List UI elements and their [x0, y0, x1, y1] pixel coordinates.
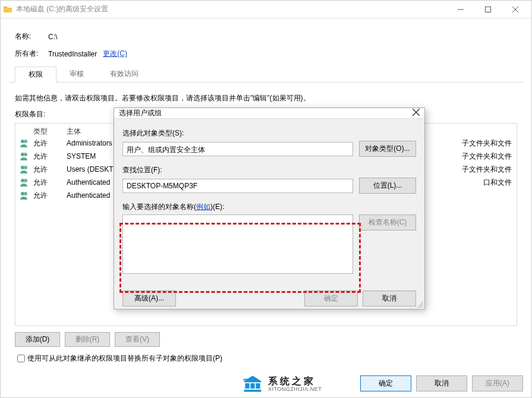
svg-rect-12	[250, 383, 254, 388]
dialog-titlebar: 选择用户或组	[114, 108, 424, 119]
name-row: 名称: C:\	[15, 31, 523, 42]
users-icon	[15, 151, 33, 161]
svg-rect-11	[245, 383, 249, 388]
watermark-en: XITONGZHIJIA.NET	[268, 387, 322, 393]
perm-buttons: 添加(D) 删除(R) 查看(V)	[15, 332, 517, 347]
svg-point-8	[24, 179, 27, 182]
dialog-ok-button[interactable]: 确定	[304, 290, 358, 307]
replace-children-label: 使用可从此对象继承的权限项目替换所有子对象的权限项目(P)	[27, 353, 222, 364]
name-value: C:\	[48, 33, 57, 41]
svg-point-2	[24, 140, 27, 143]
perm-type: 允许	[33, 165, 67, 175]
dialog-title: 选择用户或组	[119, 108, 413, 118]
owner-value: TrustedInstaller	[48, 50, 97, 58]
watermark: 系统之家 XITONGZHIJIA.NET	[241, 374, 322, 395]
users-icon	[15, 191, 33, 200]
name-label: 名称:	[15, 31, 48, 42]
change-owner-link[interactable]: 更改(C)	[103, 49, 127, 59]
select-user-dialog: 选择用户或组 选择此对象类型(S): 用户、组或内置安全主体 对象类型(O)..…	[114, 108, 425, 309]
add-button[interactable]: 添加(D)	[15, 332, 60, 347]
apply-button[interactable]: 应用(A)	[472, 375, 523, 391]
dialog-cancel-button[interactable]: 取消	[363, 290, 416, 307]
dialog-close-button[interactable]	[413, 109, 420, 118]
cancel-button-main[interactable]: 取消	[416, 375, 467, 391]
svg-point-6	[24, 166, 27, 169]
svg-rect-14	[244, 390, 262, 392]
object-types-button[interactable]: 对象类型(O)...	[359, 141, 416, 157]
tabs-bar: 权限 审核 有效访问	[9, 67, 523, 83]
perm-type: 允许	[33, 191, 67, 201]
minimize-button[interactable]	[447, 1, 474, 18]
advanced-button[interactable]: 高级(A)...	[122, 290, 176, 307]
users-icon	[15, 178, 33, 187]
users-icon	[15, 165, 33, 174]
check-names-button[interactable]: 检查名称(C)	[359, 214, 416, 230]
perm-type: 允许	[33, 151, 67, 162]
perm-type: 允许	[33, 178, 67, 188]
folder-icon	[3, 5, 12, 14]
watermark-cn: 系统之家	[268, 376, 322, 387]
example-link[interactable]: 例如	[196, 203, 210, 211]
window-controls	[447, 1, 529, 18]
tab-effective-access[interactable]: 有效访问	[97, 67, 152, 83]
replace-children-checkbox[interactable]	[17, 355, 25, 362]
bottom-buttons: 确定 取消 应用(A)	[360, 375, 523, 391]
tab-permissions[interactable]: 权限	[15, 67, 56, 83]
svg-rect-0	[486, 7, 491, 12]
maximize-button[interactable]	[474, 1, 502, 18]
object-name-input[interactable]	[122, 214, 353, 274]
titlebar: 本地磁盘 (C:)的高级安全设置	[1, 1, 531, 18]
header-type: 类型	[33, 127, 67, 137]
ok-button[interactable]: 确定	[360, 375, 411, 391]
close-button[interactable]	[502, 1, 529, 18]
perm-type: 允许	[33, 138, 67, 149]
owner-row: 所有者: TrustedInstaller 更改(C)	[15, 49, 523, 59]
remove-button[interactable]: 删除(R)	[65, 332, 110, 347]
object-type-value: 用户、组或内置安全主体	[122, 142, 353, 156]
object-type-label: 选择此对象类型(S):	[122, 128, 416, 138]
view-button[interactable]: 查看(V)	[115, 332, 160, 347]
object-name-label: 输入要选择的对象名称(例如)(E):	[122, 202, 416, 212]
help-text: 如需其他信息，请双击权限项目。若要修改权限项目，请选择该项目并单击"编辑"(如果…	[15, 93, 517, 103]
resize-grip-icon[interactable]	[416, 301, 423, 308]
locations-button[interactable]: 位置(L)...	[359, 178, 416, 194]
owner-label: 所有者:	[15, 49, 48, 59]
location-label: 查找位置(F):	[122, 165, 416, 175]
svg-point-10	[24, 192, 27, 195]
window-title: 本地磁盘 (C:)的高级安全设置	[16, 4, 447, 14]
svg-rect-13	[256, 383, 260, 388]
replace-children-checkbox-row: 使用可从此对象继承的权限项目替换所有子对象的权限项目(P)	[15, 353, 517, 364]
users-icon	[15, 138, 33, 148]
location-value: DESKTOP-M5MQP3F	[122, 179, 353, 193]
svg-point-4	[24, 153, 27, 156]
tab-auditing[interactable]: 审核	[56, 67, 97, 83]
